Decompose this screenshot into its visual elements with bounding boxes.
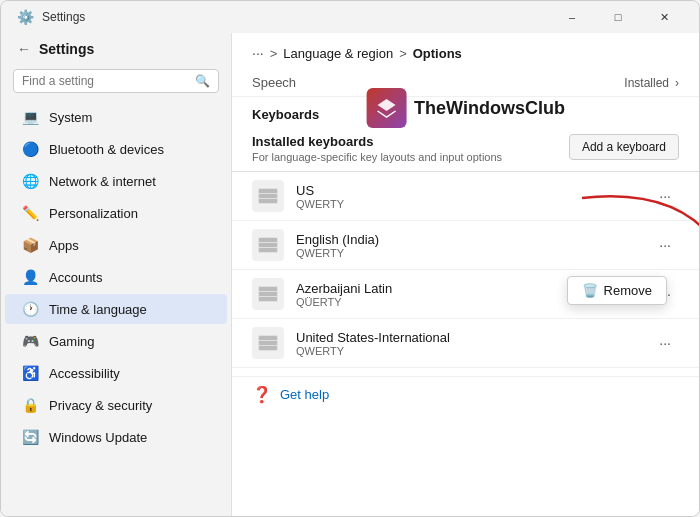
breadcrumb-current: Options	[413, 46, 462, 61]
accounts-icon: 👤	[21, 268, 39, 286]
back-icon[interactable]: ←	[17, 41, 31, 57]
sidebar-item-accounts[interactable]: 👤 Accounts	[5, 262, 227, 292]
breadcrumb-dots[interactable]: ···	[252, 45, 264, 61]
breadcrumb: ··· > Language & region > Options	[232, 33, 699, 69]
svg-rect-2	[259, 194, 277, 198]
sidebar-item-system[interactable]: 💻 System	[5, 102, 227, 132]
settings-window: ⚙️ Settings – □ ✕ ← Settings 🔍 💻 System	[0, 0, 700, 517]
sidebar-item-label: System	[49, 110, 92, 125]
svg-rect-6	[259, 243, 277, 247]
installed-label: Installed keyboards	[252, 134, 502, 149]
apps-icon: 📦	[21, 236, 39, 254]
update-icon: 🔄	[21, 428, 39, 446]
keyboard-more-us-intl[interactable]: ···	[651, 331, 679, 355]
breadcrumb-parent[interactable]: Language & region	[283, 46, 393, 61]
search-icon: 🔍	[195, 74, 210, 88]
keyboard-name: US	[296, 183, 651, 198]
sidebar-item-gaming[interactable]: 🎮 Gaming	[5, 326, 227, 356]
svg-rect-11	[259, 297, 277, 301]
speech-chevron: ›	[675, 76, 679, 90]
breadcrumb-sep2: >	[399, 46, 407, 61]
maximize-button[interactable]: □	[595, 1, 641, 33]
keyboard-name: English (India)	[296, 232, 651, 247]
keyboards-header: Installed keyboards For language-specifi…	[232, 128, 699, 172]
keyboard-info-us: US QWERTY	[296, 183, 651, 210]
keyboards-info: Installed keyboards For language-specifi…	[252, 134, 502, 163]
svg-rect-13	[259, 336, 277, 340]
keyboard-info-india: English (India) QWERTY	[296, 232, 651, 259]
search-input[interactable]	[22, 74, 189, 88]
keyboard-more-us[interactable]: ···	[651, 184, 679, 208]
sidebar-title: Settings	[39, 41, 94, 57]
svg-rect-10	[259, 292, 277, 296]
svg-rect-15	[259, 346, 277, 350]
svg-rect-14	[259, 341, 277, 345]
personalization-icon: ✏️	[21, 204, 39, 222]
keyboard-icon-india	[252, 229, 284, 261]
keyboard-type: QWERTY	[296, 345, 651, 357]
settings-icon: ⚙️	[17, 9, 34, 25]
keyboard-name: United States-International	[296, 330, 651, 345]
sidebar-item-personalization[interactable]: ✏️ Personalization	[5, 198, 227, 228]
keyboard-item-us-intl: United States-International QWERTY ···	[232, 319, 699, 368]
installed-desc: For language-specific key layouts and in…	[252, 151, 502, 163]
get-help[interactable]: ❓ Get help	[232, 376, 699, 416]
help-icon: ❓	[252, 385, 272, 404]
remove-label: Remove	[604, 283, 652, 298]
window-title: Settings	[42, 10, 85, 24]
svg-rect-5	[259, 238, 277, 242]
titlebar: ⚙️ Settings – □ ✕	[1, 1, 699, 33]
sidebar-item-label: Personalization	[49, 206, 138, 221]
system-icon: 💻	[21, 108, 39, 126]
keyboard-type: QWERTY	[296, 247, 651, 259]
content-area: ← Settings 🔍 💻 System 🔵 Bluetooth & devi…	[1, 33, 699, 516]
sidebar-item-apps[interactable]: 📦 Apps	[5, 230, 227, 260]
sidebar-header: ← Settings	[1, 33, 231, 65]
keyboard-item-india: English (India) QWERTY ···	[232, 221, 699, 270]
main-content: ··· > Language & region > Options Speech…	[231, 33, 699, 516]
svg-rect-7	[259, 248, 277, 252]
sidebar-item-label: Windows Update	[49, 430, 147, 445]
add-keyboard-button[interactable]: Add a keyboard	[569, 134, 679, 160]
minimize-button[interactable]: –	[549, 1, 595, 33]
network-icon: 🌐	[21, 172, 39, 190]
keyboard-icon-us	[252, 180, 284, 212]
keyboards-section-title: Keyboards	[232, 97, 699, 128]
sidebar-item-privacy[interactable]: 🔒 Privacy & security	[5, 390, 227, 420]
sidebar-item-label: Apps	[49, 238, 79, 253]
keyboard-info-us-intl: United States-International QWERTY	[296, 330, 651, 357]
sidebar-item-network[interactable]: 🌐 Network & internet	[5, 166, 227, 196]
sidebar-item-label: Network & internet	[49, 174, 156, 189]
get-help-label[interactable]: Get help	[280, 387, 329, 402]
sidebar-item-update[interactable]: 🔄 Windows Update	[5, 422, 227, 452]
sidebar: ← Settings 🔍 💻 System 🔵 Bluetooth & devi…	[1, 33, 231, 516]
speech-row[interactable]: Speech Installed ›	[232, 69, 699, 97]
keyboard-more-india[interactable]: ···	[651, 233, 679, 257]
accessibility-icon: ♿	[21, 364, 39, 382]
sidebar-item-label: Gaming	[49, 334, 95, 349]
sidebar-item-accessibility[interactable]: ♿ Accessibility	[5, 358, 227, 388]
keyboard-icon-azerbaijani	[252, 278, 284, 310]
close-button[interactable]: ✕	[641, 1, 687, 33]
svg-rect-3	[259, 199, 277, 203]
svg-rect-1	[259, 189, 277, 193]
breadcrumb-sep1: >	[270, 46, 278, 61]
time-icon: 🕐	[21, 300, 39, 318]
speech-right: Installed ›	[624, 76, 679, 90]
sidebar-item-time[interactable]: 🕐 Time & language	[5, 294, 227, 324]
sidebar-item-label: Privacy & security	[49, 398, 152, 413]
keyboard-item-azerbaijani: Azerbaijani Latin QÜERTY ··· 🗑️ Remove	[232, 270, 699, 319]
speech-status: Installed	[624, 76, 669, 90]
sidebar-item-bluetooth[interactable]: 🔵 Bluetooth & devices	[5, 134, 227, 164]
sidebar-item-label: Accessibility	[49, 366, 120, 381]
privacy-icon: 🔒	[21, 396, 39, 414]
keyboard-item-us: US QWERTY ···	[232, 172, 699, 221]
speech-label: Speech	[252, 75, 296, 90]
sidebar-item-label: Accounts	[49, 270, 102, 285]
titlebar-left: ⚙️ Settings	[17, 9, 85, 25]
keyboard-type: QWERTY	[296, 198, 651, 210]
search-box[interactable]: 🔍	[13, 69, 219, 93]
remove-popup[interactable]: 🗑️ Remove	[567, 276, 667, 305]
sidebar-item-label: Bluetooth & devices	[49, 142, 164, 157]
keyboard-icon-us-intl	[252, 327, 284, 359]
